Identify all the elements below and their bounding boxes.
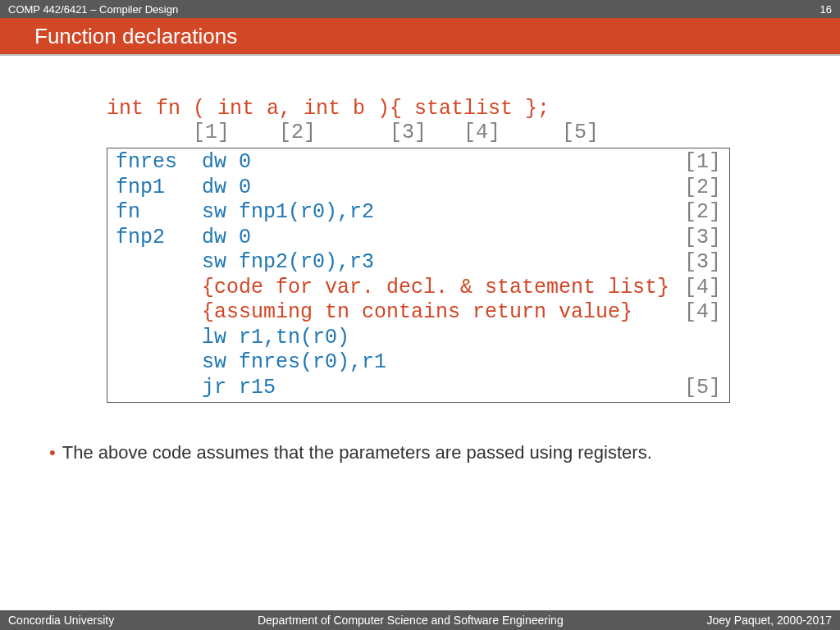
function-declaration: int fn ( int a, int b ){ statlist };	[107, 97, 791, 121]
assembly-code-box: fnres dw 0[1]fnp1 dw 0[2]fn sw fnp1(r0),…	[107, 148, 730, 403]
code-row: sw fnp2(r0),r3[3]	[116, 250, 721, 276]
page-number: 16	[820, 3, 832, 16]
footer-left: Concordia University	[8, 614, 114, 627]
course-label: COMP 442/6421 – Compiler Design	[8, 3, 178, 16]
code-marker: [2]	[684, 200, 721, 226]
code-text: sw fnres(r0),r1	[116, 350, 386, 376]
slide-header: COMP 442/6421 – Compiler Design 16	[0, 0, 840, 18]
code-marker: [4]	[684, 276, 721, 301]
code-row: {assuming tn contains return value}[4]	[116, 300, 721, 326]
bullet-icon: •	[49, 442, 56, 463]
code-text: {code for var. decl. & statement list}	[116, 276, 669, 301]
code-row: fnp1 dw 0[2]	[116, 176, 721, 201]
code-marker: [3]	[684, 250, 721, 276]
code-text: jr r15	[116, 376, 276, 401]
code-text: fnp2 dw 0	[116, 226, 251, 251]
position-markers: [1] [2] [3] [4] [5]	[107, 121, 791, 144]
code-row: jr r15[5]	[116, 376, 721, 401]
code-marker: [2]	[684, 176, 721, 201]
code-text: fnp1 dw 0	[116, 176, 251, 201]
footer-center: Department of Computer Science and Softw…	[258, 614, 564, 627]
slide-footer: Concordia University Department of Compu…	[0, 610, 840, 630]
code-row: fnres dw 0[1]	[116, 150, 721, 176]
code-marker: [5]	[684, 376, 721, 401]
code-text: lw r1,tn(r0)	[116, 326, 349, 351]
code-marker: [3]	[684, 226, 721, 251]
footer-right: Joey Paquet, 2000-2017	[706, 614, 832, 627]
code-block: int fn ( int a, int b ){ statlist }; [1]…	[107, 97, 791, 403]
code-text: sw fnp2(r0),r3	[116, 250, 374, 276]
note-text: The above code assumes that the paramete…	[62, 442, 652, 463]
code-marker: [4]	[684, 300, 721, 326]
note-bullet: •The above code assumes that the paramet…	[49, 442, 791, 463]
code-row: {code for var. decl. & statement list}[4…	[116, 276, 721, 301]
slide-title-banner: Function declarations	[0, 18, 840, 56]
slide-title: Function declarations	[34, 24, 237, 49]
code-text: fnres dw 0	[116, 150, 251, 176]
code-row: fnp2 dw 0[3]	[116, 226, 721, 251]
code-row: lw r1,tn(r0)	[116, 326, 721, 351]
code-text: fn sw fnp1(r0),r2	[116, 200, 374, 226]
code-marker: [1]	[684, 150, 721, 176]
code-row: fn sw fnp1(r0),r2[2]	[116, 200, 721, 226]
code-text: {assuming tn contains return value}	[116, 300, 632, 326]
code-row: sw fnres(r0),r1	[116, 350, 721, 376]
slide-body: int fn ( int a, int b ){ statlist }; [1]…	[0, 56, 840, 463]
